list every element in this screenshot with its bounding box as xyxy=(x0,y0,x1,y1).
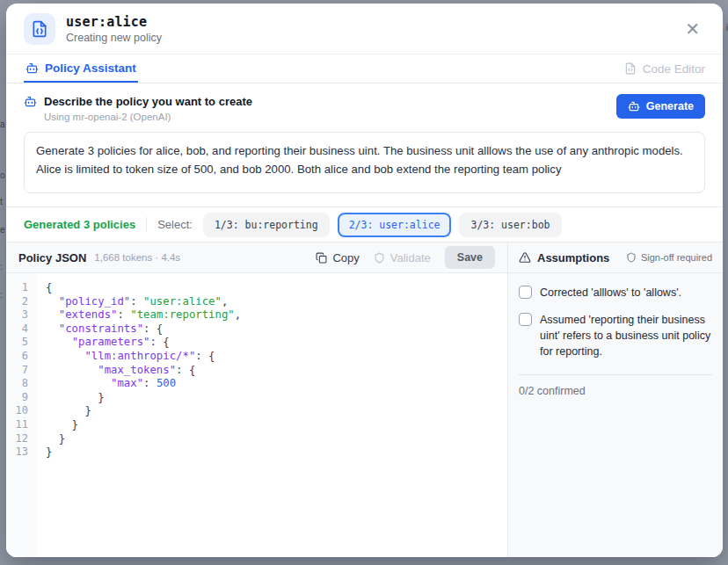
assumption-checkbox[interactable] xyxy=(519,286,532,299)
backdrop-text-fragment: t xyxy=(0,197,3,206)
copy-label: Copy xyxy=(332,251,359,264)
tab-label: Policy Assistant xyxy=(45,62,136,75)
tab-label: Code Editor xyxy=(643,62,705,76)
bot-icon xyxy=(628,100,640,112)
generate-label: Generate xyxy=(646,100,694,112)
line-number: 13 xyxy=(6,445,28,460)
select-label: Select: xyxy=(157,218,193,231)
line-number: 8 xyxy=(6,377,28,391)
prompt-section: Describe the policy you want to create U… xyxy=(6,83,723,206)
line-number: 1 xyxy=(6,281,28,295)
shield-icon xyxy=(374,252,385,264)
backdrop-text-fragment: : xyxy=(0,262,3,272)
policy-option-pills: 1/3: bu:reporting2/3: user:alice3/3: use… xyxy=(203,213,562,237)
code-line: { xyxy=(46,281,507,295)
code-line: } xyxy=(46,432,507,446)
generation-status: Generated 3 policies xyxy=(24,218,135,231)
assumption-item[interactable]: Corrected 'alllows' to 'allows'. xyxy=(519,285,712,301)
code-line: "policy_id": "user:alice", xyxy=(46,295,507,309)
shield-icon xyxy=(626,252,637,263)
editor-toolbar: Policy JSON 1,668 tokens · 4.4s Copy xyxy=(6,243,507,273)
code-content: { "policy_id": "user:alice", "extends": … xyxy=(36,273,507,557)
code-line: "extends": "team:reporting", xyxy=(46,308,507,322)
tab-code-editor[interactable]: Code Editor xyxy=(624,54,705,83)
results-row: Generated 3 policies Select: 1/3: bu:rep… xyxy=(6,206,723,242)
backdrop-text-fragment: a xyxy=(0,120,5,129)
line-number: 12 xyxy=(6,432,28,446)
line-number: 5 xyxy=(6,336,28,350)
policy-json-panel: Policy JSON 1,668 tokens · 4.4s Copy xyxy=(6,243,508,557)
line-number: 9 xyxy=(6,391,28,405)
confirmed-count: 0/2 confirmed xyxy=(519,375,712,397)
assumptions-header: Assumptions Sign-off required xyxy=(508,243,723,273)
assumption-text: Assumed 'reporting their business uint' … xyxy=(540,312,712,359)
editor-meta: 1,668 tokens · 4.4s xyxy=(94,252,180,263)
model-info: Using mr-openai-2 (OpenAI) xyxy=(44,112,705,122)
validate-label: Validate xyxy=(390,251,431,264)
code-line: } xyxy=(46,418,507,432)
modal-header: user:alice Creating new policy ✕ xyxy=(6,4,723,54)
generate-button[interactable]: Generate xyxy=(616,94,705,119)
code-editor[interactable]: 12345678910111213 { "policy_id": "user:a… xyxy=(6,273,507,557)
code-line: } xyxy=(46,404,507,418)
editor-title: Policy JSON xyxy=(18,251,86,264)
file-code-icon xyxy=(624,62,637,75)
policy-option-pill[interactable]: 1/3: bu:reporting xyxy=(203,213,330,237)
code-line: "llm:anthropic/*": { xyxy=(46,350,507,364)
backdrop-text-fragment: o xyxy=(0,170,5,180)
tab-bar: Policy Assistant Code Editor xyxy=(6,54,723,83)
policy-description-input[interactable]: Generate 3 policies for alice, bob, and … xyxy=(24,132,705,193)
bot-icon xyxy=(24,95,37,108)
tab-policy-assistant[interactable]: Policy Assistant xyxy=(24,54,138,83)
backdrop-text-fragment: : xyxy=(0,290,3,300)
line-number: 6 xyxy=(6,350,28,364)
modal-subtitle: Creating new policy xyxy=(66,32,162,44)
assumptions-title: Assumptions xyxy=(537,251,609,264)
assumption-checkbox[interactable] xyxy=(519,313,532,326)
sign-off-label: Sign-off required xyxy=(641,252,712,263)
line-number: 10 xyxy=(6,404,28,418)
copy-icon xyxy=(316,252,327,264)
assumptions-list: Corrected 'alllows' to 'allows'.Assumed … xyxy=(508,273,723,409)
code-line: } xyxy=(46,445,507,460)
line-numbers: 12345678910111213 xyxy=(6,273,36,557)
line-number: 11 xyxy=(6,418,28,432)
code-line: } xyxy=(46,391,507,405)
backdrop-text-fragment: e xyxy=(0,225,5,235)
sign-off-badge: Sign-off required xyxy=(626,252,712,263)
code-line: "max_tokens": { xyxy=(46,364,507,378)
warning-triangle-icon xyxy=(519,251,531,264)
policy-option-pill[interactable]: 2/3: user:alice xyxy=(338,213,452,237)
close-icon[interactable]: ✕ xyxy=(680,17,705,41)
line-number: 3 xyxy=(6,308,28,322)
modal-title: user:alice xyxy=(66,14,162,30)
line-number: 7 xyxy=(6,364,28,378)
divider xyxy=(146,217,147,232)
code-line: "parameters": { xyxy=(46,336,507,350)
policy-option-pill[interactable]: 3/3: user:bob xyxy=(459,213,561,237)
line-number: 2 xyxy=(6,295,28,309)
policy-modal: user:alice Creating new policy ✕ Policy … xyxy=(6,4,723,557)
validate-button[interactable]: Validate xyxy=(374,251,431,264)
prompt-heading: Describe the policy you want to create xyxy=(44,95,252,108)
copy-button[interactable]: Copy xyxy=(316,251,359,264)
save-button[interactable]: Save xyxy=(445,246,495,269)
assumptions-panel: Assumptions Sign-off required Corrected … xyxy=(508,243,723,557)
bot-icon xyxy=(25,62,39,75)
assumption-text: Corrected 'alllows' to 'allows'. xyxy=(540,285,681,301)
workspace: Policy JSON 1,668 tokens · 4.4s Copy xyxy=(6,242,723,557)
code-line: "constraints": { xyxy=(46,322,507,337)
code-line: "max": 500 xyxy=(46,377,507,391)
assumption-item[interactable]: Assumed 'reporting their business uint' … xyxy=(519,312,712,359)
policy-file-icon xyxy=(24,13,55,45)
line-number: 4 xyxy=(6,322,28,337)
